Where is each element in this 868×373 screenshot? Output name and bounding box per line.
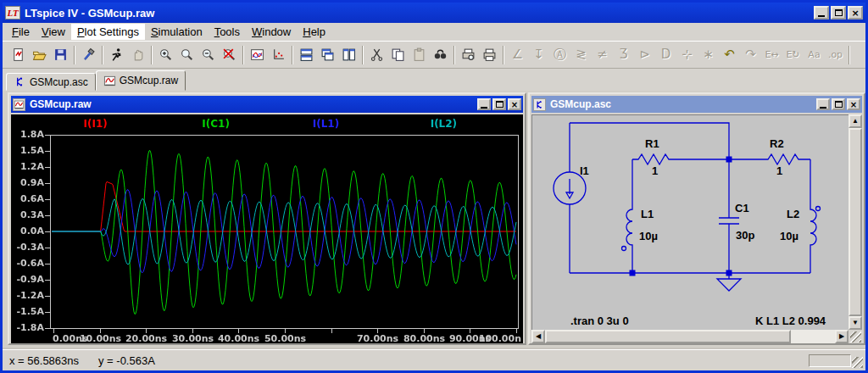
find-button[interactable] <box>430 44 451 65</box>
window-title: LTspice IV - GSMcup.raw <box>25 7 812 19</box>
scroll-right-button[interactable]: ▶ <box>835 330 849 343</box>
resistor-r1[interactable] <box>632 154 729 164</box>
cascade-button[interactable] <box>317 44 338 65</box>
waveform-window-titlebar[interactable]: GSMcup.raw × <box>11 96 523 113</box>
schematic-minimize-button[interactable] <box>816 98 830 110</box>
vertical-scrollbar[interactable]: ▲ ▼ <box>849 114 862 330</box>
autorange-button[interactable] <box>247 44 268 65</box>
maximize-icon <box>835 9 843 16</box>
capacitor-c1[interactable] <box>719 159 739 273</box>
undo-button[interactable]: ↶ <box>719 44 740 65</box>
control-panel-button[interactable] <box>78 44 99 65</box>
r2-value-label[interactable]: 1 <box>776 164 782 177</box>
close-icon: × <box>850 100 857 109</box>
tile-horizontal-button[interactable] <box>296 44 317 65</box>
ground-symbol <box>717 279 741 291</box>
move-icon: ⊹ <box>682 48 693 61</box>
r2-ref-label[interactable]: R2 <box>770 137 784 150</box>
paste-icon <box>412 47 426 62</box>
toolbar-separator <box>453 46 455 64</box>
mdi-area: GSMcup.raw × GSMcup.asc × <box>3 91 865 349</box>
schematic-close-button[interactable]: × <box>847 98 860 110</box>
schematic-window: GSMcup.asc × <box>528 92 865 345</box>
print-icon <box>482 47 497 62</box>
schematic-window-titlebar[interactable]: GSMcup.asc × <box>531 96 862 113</box>
cut-button[interactable] <box>366 44 387 65</box>
window-resize-grip[interactable] <box>850 331 861 342</box>
zoom-out-icon <box>201 47 215 62</box>
save-button[interactable] <box>50 44 71 65</box>
new-icon <box>11 47 25 62</box>
scroll-left-button[interactable]: ◀ <box>531 330 545 343</box>
inductor-l2[interactable] <box>810 205 816 273</box>
zoom-out-button[interactable] <box>198 44 219 65</box>
l1-value-label[interactable]: 10µ <box>639 230 658 242</box>
tile-vertical-button[interactable] <box>338 44 359 65</box>
menu-help[interactable]: Help <box>297 24 331 40</box>
resistor-r2[interactable] <box>729 154 810 164</box>
waveform-minimize-button[interactable] <box>477 98 491 110</box>
print-button[interactable] <box>479 44 500 65</box>
toolbar-separator <box>849 46 850 64</box>
r1-value-label[interactable]: 1 <box>652 164 658 177</box>
print-preview-button[interactable] <box>458 44 479 65</box>
copy-icon <box>391 47 405 62</box>
schematic-client: I1 R1 1 R2 1 L1 10µ C1 30p L2 10µ .tran … <box>531 114 862 343</box>
menu-window[interactable]: Window <box>246 24 297 40</box>
inductor-icon: Ʒ <box>620 48 628 61</box>
scroll-up-button[interactable]: ▲ <box>849 114 862 128</box>
close-icon: × <box>851 8 859 19</box>
c1-value-label[interactable]: 30p <box>736 229 754 242</box>
schematic-canvas[interactable]: I1 R1 1 R2 1 L1 10µ C1 30p L2 10µ .tran … <box>531 114 849 330</box>
tile-horizontal-icon <box>299 47 314 62</box>
tran-directive[interactable]: .tran 0 3u 0 <box>570 315 629 327</box>
l1-ref-label[interactable]: L1 <box>641 208 654 220</box>
maximize-button[interactable] <box>831 6 846 19</box>
zoom-extents-icon <box>222 47 236 62</box>
c1-ref-label[interactable]: C1 <box>735 202 749 214</box>
vertical-scroll-thumb[interactable] <box>849 128 862 316</box>
zoom-box-button[interactable] <box>176 44 198 65</box>
inductor-l1[interactable] <box>626 205 632 273</box>
mark-points-button[interactable] <box>268 44 289 65</box>
open-button[interactable] <box>29 44 50 65</box>
close-button[interactable]: × <box>848 6 863 19</box>
waveform-plot[interactable] <box>11 114 523 343</box>
net-label-button: Ⓐ <box>549 44 570 65</box>
schematic-maximize-button[interactable] <box>832 98 845 110</box>
run-button[interactable] <box>106 44 127 65</box>
rotate-icon: E↻ <box>786 50 799 59</box>
new-button[interactable] <box>8 44 29 65</box>
menu-view[interactable]: View <box>36 24 71 40</box>
ground-icon: ↧ <box>533 48 544 61</box>
r1-ref-label[interactable]: R1 <box>645 137 659 150</box>
menu-tools[interactable]: Tools <box>209 24 246 40</box>
toolbar-separator <box>503 46 504 64</box>
waveform-maximize-button[interactable] <box>492 98 506 110</box>
menu-plot-settings[interactable]: Plot Settings <box>71 24 145 40</box>
app-resize-grip[interactable] <box>852 357 863 368</box>
minimize-button[interactable] <box>814 6 829 19</box>
scroll-down-button[interactable]: ▼ <box>849 316 862 330</box>
menu-bar: FileViewPlot SettingsSimulationToolsWind… <box>3 23 865 42</box>
menu-file[interactable]: File <box>6 24 36 40</box>
title-bar[interactable]: LT LTspice IV - GSMcup.raw × <box>3 3 865 23</box>
l2-ref-label[interactable]: L2 <box>787 208 799 220</box>
i1-ref-label[interactable]: I1 <box>580 164 589 177</box>
close-icon: × <box>511 100 518 109</box>
l2-value-label[interactable]: 10µ <box>780 230 798 242</box>
coupling-directive[interactable]: K L1 L2 0.994 <box>755 315 826 327</box>
horizontal-scroll-thumb[interactable] <box>545 330 791 343</box>
capacitor-icon: ≠ <box>597 48 608 61</box>
tab-gsmcup-asc[interactable]: GSMcup.asc <box>6 73 96 91</box>
horizontal-scrollbar[interactable]: ◀ ▶ <box>531 330 849 343</box>
tab-gsmcup-raw[interactable]: GSMcup.raw <box>96 70 186 91</box>
waveform-close-button[interactable]: × <box>508 98 521 110</box>
zoom-extents-button[interactable] <box>219 44 240 65</box>
wire-button: ∠ <box>507 44 528 65</box>
print-preview-icon <box>461 47 476 62</box>
copy-button[interactable] <box>387 44 409 65</box>
menu-simulation[interactable]: Simulation <box>145 24 209 40</box>
save-icon <box>53 47 68 62</box>
zoom-in-button[interactable] <box>155 44 176 65</box>
